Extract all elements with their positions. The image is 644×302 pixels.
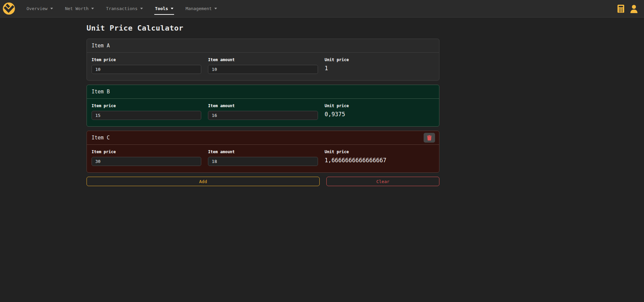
add-button[interactable]: Add: [87, 177, 320, 186]
main-content: Unit Price Calculator Item A Item price …: [87, 17, 439, 186]
nav-item-label: Net Worth: [65, 6, 89, 11]
page-title: Unit Price Calculator: [87, 24, 439, 32]
amount-input[interactable]: [208, 65, 318, 74]
chevron-down-icon: [50, 8, 53, 9]
price-field: Item price: [92, 57, 201, 74]
brand-logo[interactable]: [3, 2, 15, 15]
amount-field: Item amount: [208, 103, 318, 120]
item-card-c-body: Item price Item amount Unit price 1,6666…: [87, 145, 439, 172]
nav-item-label: Tools: [155, 6, 168, 11]
user-icon[interactable]: [630, 4, 638, 13]
logo-icon: [3, 2, 15, 15]
price-label: Item price: [92, 103, 201, 108]
chevron-down-icon: [91, 8, 94, 9]
unit-price-field: Unit price 0,9375: [325, 103, 434, 120]
unit-price-value: 1,6666666666666667: [325, 157, 434, 164]
amount-input[interactable]: [208, 157, 318, 166]
item-card-b-body: Item price Item amount Unit price 0,9375: [87, 99, 439, 126]
nav-item-label: Overview: [26, 6, 48, 11]
nav-item-transactions[interactable]: Transactions: [101, 0, 148, 17]
unit-price-label: Unit price: [325, 57, 434, 62]
item-card-b-header: Item B: [87, 85, 439, 99]
unit-price-value: 1: [325, 65, 434, 72]
amount-field: Item amount: [208, 57, 318, 74]
trash-icon: [427, 135, 432, 140]
unit-price-value: 0,9375: [325, 111, 434, 118]
item-name: Item B: [92, 89, 110, 95]
price-input[interactable]: [92, 111, 201, 120]
amount-label: Item amount: [208, 103, 318, 108]
clear-button[interactable]: Clear: [326, 177, 439, 186]
price-field: Item price: [92, 103, 201, 120]
unit-price-label: Unit price: [325, 149, 434, 154]
unit-price-field: Unit price 1: [325, 57, 434, 74]
price-input[interactable]: [92, 65, 201, 74]
amount-field: Item amount: [208, 149, 318, 166]
item-card-c: Item C Item price Item amount Unit price: [87, 131, 439, 173]
delete-item-button[interactable]: [424, 133, 435, 143]
nav-item-label: Transactions: [106, 6, 138, 11]
nav-right-icons: [617, 4, 638, 13]
price-label: Item price: [92, 149, 201, 154]
top-navbar: Overview Net Worth Transactions Tools Ma…: [0, 0, 644, 17]
actions-row: Add Clear: [87, 177, 439, 186]
nav-menu: Overview Net Worth Transactions Tools Ma…: [22, 0, 224, 17]
price-input[interactable]: [92, 157, 201, 166]
item-card-c-header: Item C: [87, 131, 439, 145]
price-label: Item price: [92, 57, 201, 62]
chevron-down-icon: [214, 8, 217, 9]
calculator-icon[interactable]: [617, 4, 625, 13]
chevron-down-icon: [140, 8, 143, 9]
item-card-b: Item B Item price Item amount Unit price…: [87, 85, 439, 127]
amount-label: Item amount: [208, 149, 318, 154]
unit-price-label: Unit price: [325, 103, 434, 108]
amount-label: Item amount: [208, 57, 318, 62]
nav-item-management[interactable]: Management: [181, 0, 222, 17]
unit-price-field: Unit price 1,6666666666666667: [325, 149, 434, 166]
item-name: Item A: [92, 43, 110, 49]
nav-item-net-worth[interactable]: Net Worth: [60, 0, 99, 17]
nav-item-label: Management: [185, 6, 212, 11]
item-name: Item C: [92, 135, 110, 141]
item-card-a: Item A Item price Item amount Unit price…: [87, 39, 439, 81]
chevron-down-icon: [171, 8, 173, 9]
nav-item-tools[interactable]: Tools: [150, 0, 178, 17]
price-field: Item price: [92, 149, 201, 166]
item-card-a-body: Item price Item amount Unit price 1: [87, 53, 439, 80]
amount-input[interactable]: [208, 111, 318, 120]
nav-item-overview[interactable]: Overview: [22, 0, 58, 17]
item-card-a-header: Item A: [87, 39, 439, 53]
